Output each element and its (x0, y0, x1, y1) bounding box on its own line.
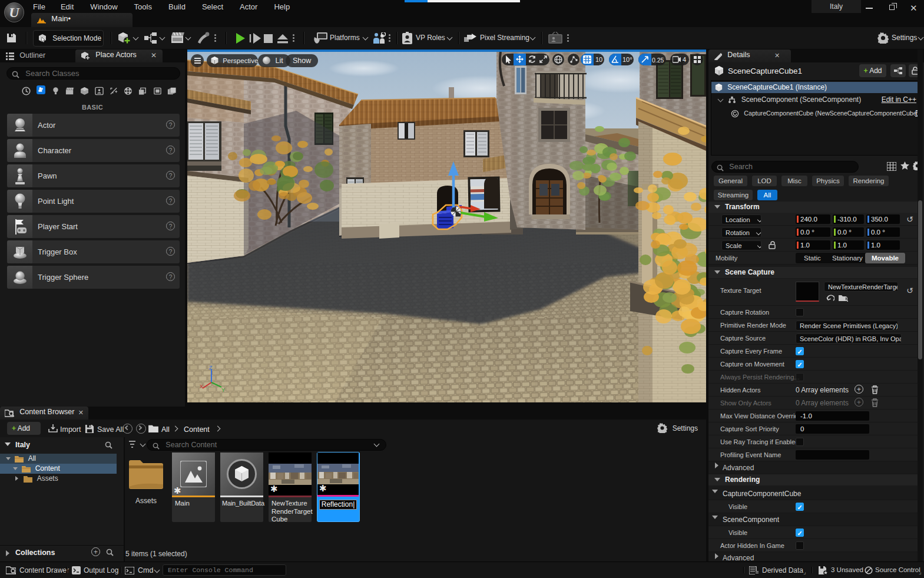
svg-text:Y: Y (221, 387, 225, 392)
svg-text:X: X (200, 384, 203, 389)
svg-text:Z: Z (209, 365, 213, 371)
